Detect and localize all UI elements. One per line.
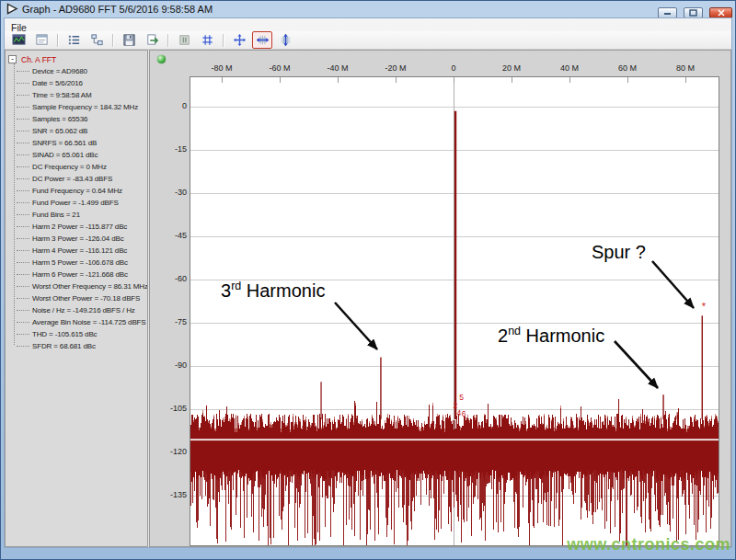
tree-item[interactable]: Worst Other Power = -70.18 dBFS	[32, 292, 147, 304]
x-tick-label: 40 M	[546, 63, 592, 73]
tree-item[interactable]: Samples = 65536	[32, 113, 147, 125]
export-button[interactable]	[142, 31, 162, 49]
y-tick-label: -135	[150, 490, 187, 499]
tree-item[interactable]: Worst Other Frequency = 86.31 MHz	[32, 280, 147, 292]
tree-item[interactable]: Fund Bins = 21	[32, 209, 147, 221]
second-harmonic-label: 2nd Harmonic	[498, 325, 604, 347]
save-icon	[122, 33, 136, 47]
y-tick-label: -30	[150, 188, 187, 197]
x-tick-label: 60 M	[604, 63, 650, 73]
app-window: Graph - AD9680 FFT 5/6/2016 9:58:58 AM F…	[0, 0, 736, 560]
tree-item[interactable]: Harm 6 Power = -121.668 dBc	[32, 269, 147, 280]
fit-x-axis-button[interactable]	[252, 31, 272, 49]
x-tick-label: 0	[431, 63, 477, 73]
fft-results-tree: - Ch. A FFT Device = AD9680Date = 5/6/20…	[6, 51, 147, 352]
fft-plot: 2546* 3rd Harmonic2nd HarmonicSpur ?	[190, 76, 719, 546]
y-tick-label: -90	[150, 360, 187, 370]
x-tick-label: -20 M	[373, 63, 419, 73]
tree-item[interactable]: Noise / Hz = -149.216 dBFS / Hz	[32, 304, 147, 316]
chart-panel: -80 M-60 M-40 M-20 M020 M40 M60 M80 M 0-…	[149, 50, 731, 547]
tree-item[interactable]: SFDR = 68.681 dBc	[32, 340, 147, 352]
tree-item[interactable]: Harm 2 Power = -115.877 dBc	[32, 221, 147, 233]
toolbar-separator	[223, 34, 224, 47]
toolbar-separator	[112, 34, 113, 47]
tree-item[interactable]: Sample Frequency = 184.32 MHz	[32, 101, 147, 113]
waveform-graph-button[interactable]	[8, 31, 29, 49]
y-tick-label: -120	[150, 447, 187, 456]
fit-both-axes-icon	[233, 33, 247, 47]
content-area: - Ch. A FFT Device = AD9680Date = 5/6/20…	[5, 50, 731, 547]
probe-settings-icon	[90, 33, 104, 47]
tree-item[interactable]: THD = -105.615 dBc	[32, 328, 147, 340]
results-tree-panel: - Ch. A FFT Device = AD9680Date = 5/6/20…	[5, 50, 148, 547]
tree-root-label: Ch. A FFT	[21, 55, 56, 64]
client-area: File - Ch. A FFT Device = AD9680Date = 5…	[4, 17, 732, 548]
tree-item[interactable]: Date = 5/6/2016	[32, 77, 147, 89]
tree-item[interactable]: SINAD = 65.061 dBc	[32, 149, 147, 161]
toolbar-separator	[167, 34, 168, 47]
tree-item[interactable]: Harm 4 Power = -116.121 dBc	[32, 245, 147, 257]
toggle-grid-button[interactable]	[197, 31, 217, 49]
window-title: Graph - AD9680 FFT 5/6/2016 9:58:58 AM	[22, 4, 213, 15]
data-list-button[interactable]	[63, 31, 84, 49]
fit-y-axis-button[interactable]	[275, 31, 295, 49]
data-list-icon	[67, 33, 81, 47]
pause-display-icon	[178, 33, 191, 47]
report-view-icon	[35, 33, 49, 47]
tree-item[interactable]: Fund Frequency = 0.64 MHz	[32, 185, 147, 197]
toolbar	[5, 31, 731, 50]
waveform-graph-icon	[12, 33, 26, 47]
tree-item[interactable]: Time = 9:58:58 AM	[32, 89, 147, 101]
tree-item[interactable]: Harm 3 Power = -126.04 dBc	[32, 233, 147, 245]
tree-item[interactable]: Average Bin Noise = -114.725 dBFS	[32, 316, 147, 328]
y-tick-label: -60	[150, 274, 187, 283]
harmonic-marker-6: 6	[462, 409, 466, 418]
tree-item[interactable]: SNRFS = 66.561 dB	[32, 137, 147, 149]
x-tick-label: 80 M	[662, 63, 708, 73]
probe-settings-button[interactable]	[86, 31, 107, 49]
play-triangle-icon	[6, 3, 18, 15]
third-harmonic-label: 3rd Harmonic	[221, 280, 325, 302]
y-tick-label: 0	[150, 101, 187, 110]
fit-both-axes-button[interactable]	[229, 31, 249, 49]
tree-item[interactable]: DC Power = -83.43 dBFS	[32, 173, 147, 185]
tree-item[interactable]: SNR = 65.062 dB	[32, 125, 147, 137]
toggle-grid-icon	[201, 33, 214, 47]
tree-item[interactable]: Device = AD9680	[32, 65, 147, 77]
collapse-toggle-icon[interactable]: -	[8, 55, 17, 63]
tree-item[interactable]: DC Frequency = 0 MHz	[32, 161, 147, 173]
fit-x-axis-icon	[256, 33, 270, 47]
pause-display-button[interactable]	[174, 31, 194, 49]
x-tick-label: 20 M	[489, 63, 535, 73]
tree-item[interactable]: Fund Power = -1.499 dBFS	[32, 197, 147, 209]
worst-other-marker: *	[702, 301, 707, 312]
report-view-button[interactable]	[31, 31, 52, 49]
fit-y-axis-icon	[279, 33, 293, 47]
x-tick-label: -80 M	[199, 63, 245, 73]
y-tick-label: -75	[150, 317, 187, 326]
y-tick-label: -45	[150, 231, 187, 240]
harmonic-marker-5: 5	[459, 393, 464, 402]
status-led-icon	[157, 55, 166, 63]
watermark: www.cntronics.com	[567, 535, 730, 554]
y-tick-label: -15	[150, 144, 187, 154]
save-button[interactable]	[119, 31, 139, 49]
tree-item[interactable]: Harm 5 Power = -106.678 dBc	[32, 257, 147, 269]
x-tick-label: -60 M	[257, 63, 303, 73]
export-icon	[145, 33, 159, 47]
y-tick-label: -105	[150, 404, 187, 413]
x-tick-label: -40 M	[315, 63, 361, 73]
toolbar-separator	[57, 34, 58, 47]
menu-bar: File	[5, 18, 731, 32]
spur-label: Spur ?	[592, 242, 646, 263]
title-bar[interactable]: Graph - AD9680 FFT 5/6/2016 9:58:58 AM	[1, 1, 735, 17]
tree-root-row[interactable]: - Ch. A FFT	[8, 53, 147, 65]
